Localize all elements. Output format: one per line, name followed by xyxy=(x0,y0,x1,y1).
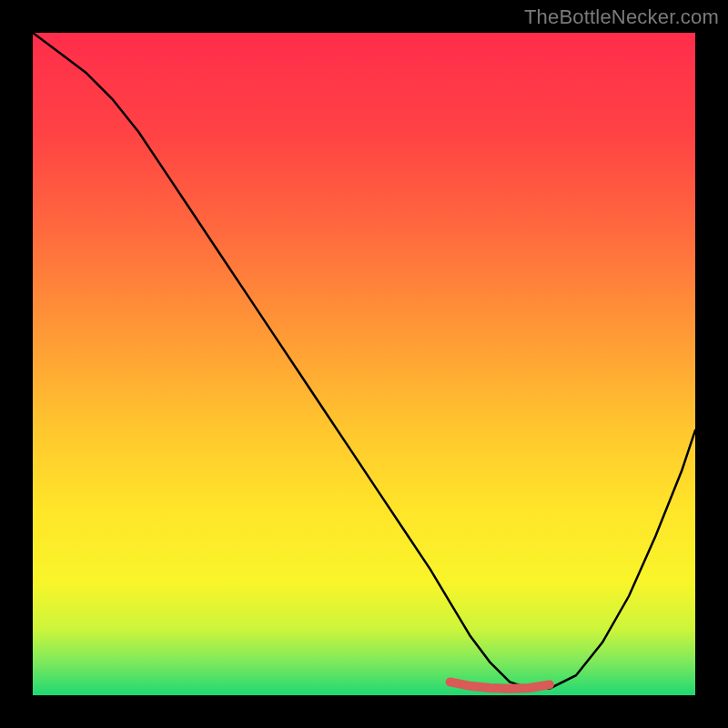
chart-frame xyxy=(33,33,695,695)
bottleneck-chart xyxy=(33,33,695,695)
gradient-background xyxy=(33,33,695,695)
watermark-text: TheBottleNecker.com xyxy=(524,5,719,29)
